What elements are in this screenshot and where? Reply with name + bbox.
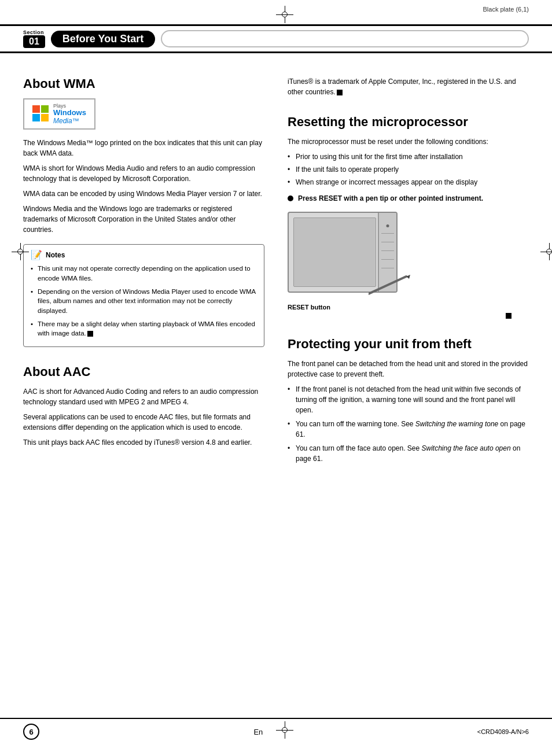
svg-rect-1: [41, 105, 49, 113]
theft-bullet-1: If the front panel is not detached from …: [288, 384, 529, 415]
notes-box: 📝 Notes This unit may not operate correc…: [23, 244, 264, 347]
aac-para-1: AAC is short for Advanced Audio Coding a…: [23, 386, 264, 407]
windows-flag-icon: [32, 105, 49, 123]
device-line-4: [381, 259, 394, 260]
reset-end-mark: [506, 313, 511, 319]
svg-rect-0: [32, 105, 40, 113]
notes-title: 📝 Notes: [31, 249, 257, 260]
end-mark: [87, 331, 93, 337]
device-screen: [293, 217, 376, 287]
svg-rect-2: [32, 114, 40, 121]
page-footer: 6 En <CRD4089-A/N>6: [0, 718, 552, 744]
note-item-3: There may be a slight delay when startin…: [31, 319, 257, 338]
reset-end-mark-container: [288, 311, 529, 319]
about-aac-title: About AAC: [23, 364, 264, 379]
itunes-note: iTunes® is a trademark of Apple Computer…: [288, 76, 529, 97]
reset-conditions-list: Prior to using this unit for the first t…: [288, 152, 529, 187]
footer-code: <CRD4089-A/N>6: [477, 728, 529, 735]
reset-caption: RESET button: [288, 304, 529, 311]
condition-2: If the unit fails to operate properly: [288, 164, 529, 175]
reset-device-container: [288, 212, 415, 301]
wma-logo-box: Plays Windows Media™: [23, 98, 95, 130]
device-line-3: [381, 250, 394, 251]
wma-text: Plays Windows Media™: [53, 103, 86, 125]
aac-para-3: This unit plays back AAC files encoded b…: [23, 437, 264, 448]
theft-bullet-2: You can turn off the warning tone. See S…: [288, 419, 529, 440]
section-label: Section: [23, 29, 44, 35]
wma-para-2: WMA is short for Windows Media Audio and…: [23, 163, 264, 184]
protecting-intro: The front panel can be detached from the…: [288, 359, 529, 379]
wma-para-1: The Windows Media™ logo printed on the b…: [23, 138, 264, 158]
theft-list: If the front panel is not detached from …: [288, 384, 529, 464]
footer-page-number: 6: [23, 724, 39, 740]
protecting-title: Protecting your unit from theft: [288, 337, 529, 352]
top-registration-area: Black plate (6,1): [0, 0, 552, 24]
resetting-title: Resetting the microprocessor: [288, 115, 529, 130]
condition-3: When strange or incorrect messages appea…: [288, 177, 529, 187]
about-wma-title: About WMA: [23, 76, 264, 91]
notes-list: This unit may not operate correctly depe…: [31, 264, 257, 338]
face-open-link: Switching the face auto open: [422, 444, 511, 452]
right-column: iTunes® is a trademark of Apple Computer…: [288, 65, 529, 467]
aac-para-2: Several applications can be used to enco…: [23, 412, 264, 433]
section-header-right-pill: [161, 30, 529, 47]
section-label-group: Section 01: [23, 29, 45, 48]
section-header: Section 01 Before You Start: [0, 24, 552, 53]
section-number: 01: [23, 35, 45, 48]
itunes-end-mark: [337, 90, 343, 95]
note-item-1: This unit may not operate correctly depe…: [31, 264, 257, 283]
warning-tone-link: Switching the warning tone: [415, 420, 498, 428]
reset-diagram: RESET button: [288, 212, 529, 319]
theft-bullet-3: You can turn off the face auto open. See…: [288, 443, 529, 464]
notes-icon: 📝: [31, 249, 42, 260]
device-line-2: [381, 242, 394, 242]
section-title: Before You Start: [51, 31, 155, 47]
wma-para-4: Windows Media and the Windows logo are t…: [23, 204, 264, 235]
main-content: About WMA Plays Windows Media™: [0, 53, 552, 491]
resetting-intro: The microprocessor must be reset under t…: [288, 137, 529, 147]
page: Black plate (6,1) Section 01 Before You …: [0, 0, 552, 756]
top-bar-text: Black plate (6,1): [483, 6, 529, 13]
svg-marker-5: [406, 275, 410, 279]
reset-instruction: Press RESET with a pen tip or other poin…: [288, 193, 529, 204]
reset-hole: [387, 224, 389, 227]
svg-line-4: [369, 276, 406, 294]
footer-lang: En: [253, 728, 263, 736]
device-line-1: [381, 233, 394, 234]
wma-windows-text: Windows: [53, 109, 86, 117]
bold-bullet-dot: [288, 196, 293, 201]
svg-rect-3: [41, 114, 49, 121]
note-item-2: Depending on the version of Windows Medi…: [31, 287, 257, 316]
wma-media-text: Media™: [53, 117, 86, 125]
device-line-5: [381, 268, 394, 268]
stylus: [369, 274, 415, 298]
left-column: About WMA Plays Windows Media™: [23, 65, 264, 467]
condition-1: Prior to using this unit for the first t…: [288, 152, 529, 162]
wma-para-3: WMA data can be encoded by using Windows…: [23, 189, 264, 199]
